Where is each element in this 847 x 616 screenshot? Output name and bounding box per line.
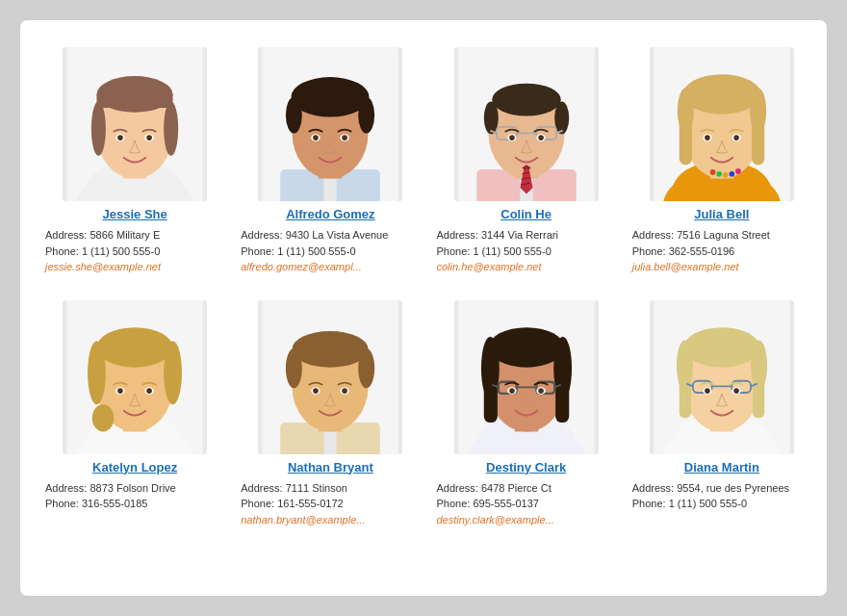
svg-point-18 xyxy=(292,77,370,116)
contact-phone: Phone: 1 (11) 500 555-0 xyxy=(437,245,552,257)
contact-address: Address: 7516 Laguna Street xyxy=(632,229,770,241)
contact-card-julia-bell[interactable]: Julia BellAddress: 7516 Laguna StreetPho… xyxy=(627,39,817,283)
contact-photo-destiny-clark xyxy=(454,300,599,454)
svg-point-113 xyxy=(683,327,759,367)
svg-point-20 xyxy=(359,97,375,134)
svg-point-107 xyxy=(538,388,544,394)
contact-email[interactable]: alfredo.gomez@exampl... xyxy=(241,261,362,272)
svg-point-7 xyxy=(91,101,106,155)
svg-point-76 xyxy=(146,388,152,394)
contact-card-alfredo-gomez[interactable]: Alfredo GomezAddress: 9430 La Vista Aven… xyxy=(235,39,425,283)
svg-point-54 xyxy=(750,88,766,133)
contact-email[interactable]: colin.he@example.net xyxy=(437,261,542,272)
contact-photo-colin-he xyxy=(454,47,599,201)
contacts-grid: Jessie SheAddress: 5866 Military EPhone:… xyxy=(39,39,817,535)
contact-name-julia-bell[interactable]: Julia Bell xyxy=(694,207,749,221)
svg-point-106 xyxy=(509,388,515,394)
contacts-container[interactable]: Jessie SheAddress: 5866 Military EPhone:… xyxy=(19,19,828,597)
contact-email[interactable]: nathan.bryant@example... xyxy=(241,514,365,526)
svg-point-70 xyxy=(88,341,106,404)
contact-photo-katelyn-lopez xyxy=(63,300,207,454)
contact-address: Address: 6478 Pierce Ct xyxy=(437,482,552,494)
svg-point-88 xyxy=(343,388,348,394)
contact-name-alfredo-gomez[interactable]: Alfredo Gomez xyxy=(286,207,374,221)
svg-point-72 xyxy=(92,404,115,431)
contact-photo-diana-martin xyxy=(650,300,794,454)
contact-email[interactable]: destiny.clark@example... xyxy=(437,514,554,526)
svg-point-40 xyxy=(509,135,515,141)
svg-point-63 xyxy=(735,168,741,174)
svg-point-94 xyxy=(488,327,564,367)
svg-point-11 xyxy=(117,135,123,141)
contact-info-jessie-she: Address: 5866 Military EPhone: 1 (11) 50… xyxy=(45,227,224,275)
contact-name-destiny-clark[interactable]: Destiny Clark xyxy=(486,460,566,475)
contact-info-alfredo-gomez: Address: 9430 La Vista AvenuePhone: 1 (1… xyxy=(241,227,420,275)
svg-point-8 xyxy=(164,101,178,155)
contact-name-jessie-she[interactable]: Jessie She xyxy=(103,207,167,221)
svg-point-61 xyxy=(723,172,729,178)
svg-point-62 xyxy=(729,171,734,177)
contact-card-katelyn-lopez[interactable]: Katelyn LopezAddress: 8873 Folson DriveP… xyxy=(39,293,230,536)
svg-point-12 xyxy=(146,135,152,141)
svg-point-58 xyxy=(733,135,739,141)
contact-info-nathan-bryant: Address: 7111 StinsonPhone: 161-555-0172… xyxy=(241,480,420,528)
svg-point-53 xyxy=(678,88,694,133)
contact-phone: Phone: 1 (11) 500 555-0 xyxy=(632,498,747,509)
svg-point-30 xyxy=(492,84,561,116)
contact-phone: Phone: 1 (11) 500 555-0 xyxy=(241,245,355,257)
contact-card-nathan-bryant[interactable]: Nathan BryantAddress: 7111 StinsonPhone:… xyxy=(235,293,425,536)
contact-name-colin-he[interactable]: Colin He xyxy=(500,207,552,221)
contact-email[interactable]: julia.bell@example.net xyxy=(632,261,739,272)
svg-point-75 xyxy=(117,388,123,394)
contact-phone: Phone: 695-555-0137 xyxy=(437,498,539,509)
svg-point-82 xyxy=(293,331,369,368)
svg-point-87 xyxy=(313,388,319,394)
contact-info-colin-he: Address: 3144 Via RerrariPhone: 1 (11) 5… xyxy=(437,227,616,275)
contact-phone: Phone: 1 (11) 500 555-0 xyxy=(45,245,160,257)
svg-point-23 xyxy=(313,135,319,141)
contact-info-julia-bell: Address: 7516 Laguna StreetPhone: 362-55… xyxy=(632,227,811,275)
svg-point-116 xyxy=(677,340,693,391)
svg-rect-6 xyxy=(97,94,173,108)
contact-phone: Phone: 161-555-0172 xyxy=(241,498,343,509)
svg-point-50 xyxy=(682,74,760,114)
contact-phone: Phone: 316-555-0185 xyxy=(45,498,147,509)
contact-photo-jessie-she xyxy=(63,47,207,201)
contact-address: Address: 7111 Stinson xyxy=(241,482,347,494)
contact-photo-nathan-bryant xyxy=(258,300,402,454)
contact-photo-julia-bell xyxy=(650,47,794,201)
contact-info-katelyn-lopez: Address: 8873 Folson DrivePhone: 316-555… xyxy=(45,480,224,512)
contact-name-katelyn-lopez[interactable]: Katelyn Lopez xyxy=(92,460,177,475)
svg-point-97 xyxy=(481,336,500,399)
svg-point-69 xyxy=(97,327,173,367)
svg-point-60 xyxy=(716,171,722,177)
svg-point-126 xyxy=(733,388,739,394)
svg-point-41 xyxy=(538,135,544,141)
contact-name-nathan-bryant[interactable]: Nathan Bryant xyxy=(288,460,373,475)
contact-card-diana-martin[interactable]: Diana MartinAddress: 9554, rue des Pyren… xyxy=(627,293,817,536)
contact-info-destiny-clark: Address: 6478 Pierce CtPhone: 695-555-01… xyxy=(437,480,616,528)
contact-address: Address: 5866 Military E xyxy=(45,229,160,241)
contact-address: Address: 9430 La Vista Avenue xyxy=(241,229,388,241)
svg-point-57 xyxy=(705,135,710,141)
contact-photo-alfredo-gomez xyxy=(258,47,402,201)
contact-address: Address: 9554, rue des Pyrenees xyxy=(632,482,789,494)
contact-name-diana-martin[interactable]: Diana Martin xyxy=(684,460,759,475)
contact-card-jessie-she[interactable]: Jessie SheAddress: 5866 Military EPhone:… xyxy=(39,39,230,283)
svg-point-125 xyxy=(705,388,710,394)
svg-point-83 xyxy=(286,347,302,387)
contact-info-diana-martin: Address: 9554, rue des PyreneesPhone: 1 … xyxy=(632,480,811,512)
svg-point-59 xyxy=(710,169,716,175)
contact-email[interactable]: jessie.she@example.net xyxy=(45,261,161,272)
svg-point-98 xyxy=(553,336,572,399)
contact-card-destiny-clark[interactable]: Destiny ClarkAddress: 6478 Pierce CtPhon… xyxy=(431,293,622,536)
svg-point-19 xyxy=(286,97,302,134)
svg-point-24 xyxy=(343,135,348,141)
contact-phone: Phone: 362-555-0196 xyxy=(632,245,734,257)
contact-address: Address: 3144 Via Rerrari xyxy=(437,229,558,241)
contact-address: Address: 8873 Folson Drive xyxy=(45,482,176,494)
svg-point-71 xyxy=(164,341,182,404)
contact-card-colin-he[interactable]: Colin HeAddress: 3144 Via RerrariPhone: … xyxy=(431,39,622,283)
svg-point-84 xyxy=(359,347,375,387)
svg-point-117 xyxy=(751,340,767,391)
